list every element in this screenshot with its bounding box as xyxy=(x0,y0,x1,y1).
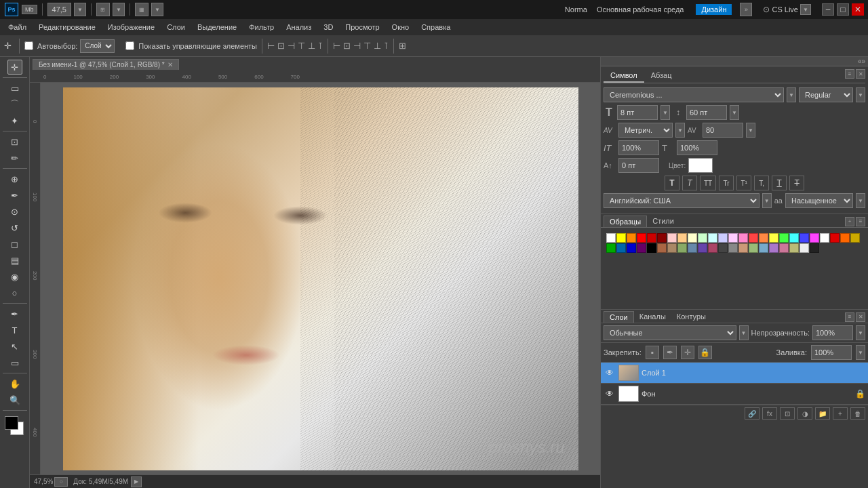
adjustment-layer-btn[interactable]: ◑ xyxy=(797,407,812,420)
bold-button[interactable]: T xyxy=(665,176,679,190)
mb-button[interactable]: Mb xyxy=(22,5,37,14)
layer-mask-btn[interactable]: ⊡ xyxy=(780,407,795,420)
swatch-color-25[interactable] xyxy=(606,243,616,253)
tracking-input[interactable] xyxy=(703,123,743,138)
align-icon-5[interactable]: ⊥ xyxy=(308,41,315,51)
swatch-color-2[interactable] xyxy=(627,233,636,243)
layers-menu-btn[interactable]: ≡ xyxy=(845,312,854,322)
swatch-color-27[interactable] xyxy=(627,243,636,253)
swatch-color-12[interactable] xyxy=(728,233,738,243)
path-select-tool[interactable]: ↖ xyxy=(7,339,22,354)
layer-item-1[interactable]: 👁 Слой 1 xyxy=(601,363,868,384)
new-group-btn[interactable]: 📁 xyxy=(815,407,830,420)
swatch-color-34[interactable] xyxy=(698,243,707,253)
view-mode[interactable]: ⊞ xyxy=(96,3,110,16)
wand-tool[interactable]: ✦ xyxy=(7,113,22,128)
dodge-tool[interactable]: ○ xyxy=(7,285,22,300)
swatch-color-29[interactable] xyxy=(647,243,656,253)
swatch-color-11[interactable] xyxy=(718,233,728,243)
lock-pixels-btn[interactable]: ✒ xyxy=(663,346,677,359)
distribute-icon-3[interactable]: ⊣ xyxy=(353,41,361,51)
swatch-color-38[interactable] xyxy=(738,243,748,253)
foreground-color[interactable] xyxy=(5,416,18,430)
horizontal-scale-input[interactable] xyxy=(677,140,717,155)
menu-window[interactable]: Окно xyxy=(387,22,415,33)
tab-paragraph[interactable]: Абзац xyxy=(644,69,679,83)
canvas-container[interactable]: prosnys.ru xyxy=(41,83,600,474)
menu-3d[interactable]: 3D xyxy=(318,22,338,33)
panel-close-btn[interactable]: ✕ xyxy=(856,69,865,79)
swatch-color-24[interactable] xyxy=(850,233,860,243)
swatch-color-19[interactable] xyxy=(800,233,809,243)
allcaps-button[interactable]: TT xyxy=(700,176,716,190)
swatch-color-43[interactable] xyxy=(789,243,799,253)
tab-contours[interactable]: Контуры xyxy=(671,311,711,323)
swatch-color-32[interactable] xyxy=(677,243,687,253)
pen-tool[interactable]: ✒ xyxy=(7,306,22,321)
swatch-color-37[interactable] xyxy=(728,243,738,253)
track-dropdown[interactable]: ▼ xyxy=(746,123,755,138)
history-tool[interactable]: ↺ xyxy=(7,220,22,235)
swatch-color-8[interactable] xyxy=(688,233,697,243)
zoom-tool[interactable]: 🔍 xyxy=(7,392,22,407)
aa-dropdown[interactable]: ▼ xyxy=(856,193,865,208)
status-zoom-indicator[interactable]: ○ xyxy=(54,477,68,487)
swatch-color-10[interactable] xyxy=(708,233,717,243)
fill-dropdown[interactable]: ▼ xyxy=(856,345,865,360)
font-style-select[interactable]: Regular xyxy=(799,87,853,102)
vertical-scale-input[interactable] xyxy=(618,140,659,155)
lock-transparent-btn[interactable]: ▪ xyxy=(646,346,659,359)
menu-help[interactable]: Справка xyxy=(416,22,456,33)
cs-live-dropdown[interactable]: ▼ xyxy=(800,4,811,15)
autoselect-type[interactable]: Слой xyxy=(80,39,115,53)
shape-tool[interactable]: ▭ xyxy=(7,355,22,370)
tab-swatches[interactable]: Образцы xyxy=(604,216,647,227)
minimize-button[interactable]: – xyxy=(822,3,834,16)
align-icon-4[interactable]: ⊤ xyxy=(298,41,305,51)
arrange-icon[interactable]: ⊞ xyxy=(399,41,406,51)
strikethrough-button[interactable]: T xyxy=(789,176,804,190)
opacity-dropdown[interactable]: ▼ xyxy=(856,325,865,340)
swatch-color-40[interactable] xyxy=(759,243,768,253)
maximize-button[interactable]: □ xyxy=(837,3,849,16)
swatch-color-20[interactable] xyxy=(810,233,819,243)
aa-select[interactable]: Насыщенное xyxy=(785,193,853,208)
swatch-color-0[interactable] xyxy=(606,233,616,243)
layer-eye-1[interactable]: 👁 xyxy=(604,367,616,379)
font-dropdown[interactable]: ▼ xyxy=(787,87,796,102)
menu-image[interactable]: Изображение xyxy=(102,22,160,33)
hand-tool[interactable]: ✋ xyxy=(7,376,22,391)
swatch-color-22[interactable] xyxy=(830,233,840,243)
italic-button[interactable]: T xyxy=(682,176,697,190)
brush-tool[interactable]: ✒ xyxy=(7,188,22,203)
align-icon-6[interactable]: ⊺ xyxy=(318,41,323,51)
text-tool[interactable]: T xyxy=(7,323,22,338)
superscript-button[interactable]: T¹ xyxy=(736,176,751,190)
layer-eye-bg[interactable]: 👁 xyxy=(604,388,616,400)
arrange-mode[interactable]: ▦ xyxy=(135,3,149,16)
subscript-button[interactable]: T, xyxy=(754,176,769,190)
tab-close-button[interactable]: ✕ xyxy=(167,61,173,68)
swatch-color-13[interactable] xyxy=(738,233,748,243)
gradient-tool[interactable]: ▤ xyxy=(7,253,22,268)
swatch-color-14[interactable] xyxy=(749,233,758,243)
eraser-tool[interactable]: ◻ xyxy=(7,237,22,251)
font-family-select[interactable]: Ceremonious ... xyxy=(604,87,784,102)
swatch-color-7[interactable] xyxy=(677,233,687,243)
smallcaps-button[interactable]: Tr xyxy=(719,176,734,190)
lang-dropdown[interactable]: ▼ xyxy=(762,193,772,208)
swatch-color-30[interactable] xyxy=(657,243,667,253)
layer-item-bg[interactable]: 👁 Фон 🔒 xyxy=(601,384,868,405)
zoom-dropdown[interactable]: ▼ xyxy=(74,3,86,16)
size-dropdown[interactable]: ▼ xyxy=(660,105,670,120)
swatches-menu-btn[interactable]: ≡ xyxy=(856,217,865,226)
align-icon-1[interactable]: ⊢ xyxy=(267,41,275,51)
show-controls-checkbox[interactable] xyxy=(125,41,134,50)
swatch-color-21[interactable] xyxy=(820,233,829,243)
lasso-tool[interactable]: ⌒ xyxy=(7,97,22,112)
style-dropdown[interactable]: ▼ xyxy=(856,87,865,102)
arrange-dropdown[interactable]: ▼ xyxy=(151,3,163,16)
swatch-color-42[interactable] xyxy=(779,243,789,253)
panel-collapse-bar-top[interactable]: «» xyxy=(601,57,868,66)
distribute-icon-1[interactable]: ⊢ xyxy=(333,41,340,51)
